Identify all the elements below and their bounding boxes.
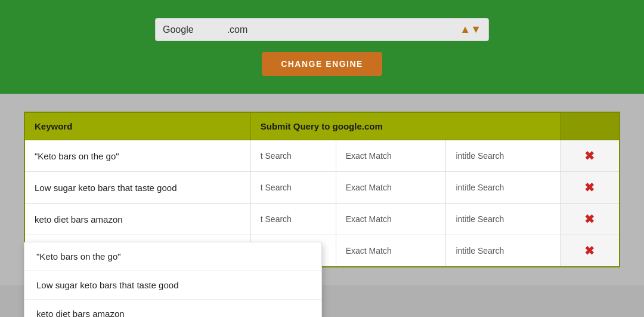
main-content: Keyword Submit Query to google.com "Keto… [0,94,644,285]
engine-arrow-icon[interactable]: ▲▼ [460,23,481,36]
remove-icon[interactable]: ✖ [584,181,595,194]
remove-icon[interactable]: ✖ [584,149,595,162]
remove-cell[interactable]: ✖ [560,235,620,267]
change-engine-button[interactable]: CHANGE ENGINE [262,52,382,76]
remove-icon[interactable]: ✖ [584,244,595,257]
table-row: keto diet bars amazon t Search Exact Mat… [24,204,620,235]
remove-cell[interactable]: ✖ [560,172,620,204]
exact-match-cell[interactable]: Exact Match [336,204,446,235]
keyword-cell: "Keto bars on the go" [24,140,250,172]
exact-match-cell[interactable]: Exact Match [336,172,446,204]
search-cell[interactable]: t Search [250,140,336,172]
engine-domain: .com [221,24,460,35]
intitle-cell[interactable]: intitle Search [446,204,560,235]
remove-cell[interactable]: ✖ [560,140,620,172]
remove-cell[interactable]: ✖ [560,204,620,235]
table-row: "Keto bars on the go" t Search Exact Mat… [24,140,620,172]
keyword-cell: keto diet bars amazon [24,204,250,235]
search-cell[interactable]: t Search [250,172,336,204]
col-header-query: Submit Query to google.com [250,112,560,140]
intitle-cell[interactable]: intitle Search [446,140,560,172]
header-section: Google .com ▲▼ CHANGE ENGINE [0,0,644,94]
exact-match-cell[interactable]: Exact Match [336,235,446,267]
keyword-dropdown[interactable]: "Keto bars on the go"Low sugar keto bars… [24,242,322,317]
intitle-cell[interactable]: intitle Search [446,235,560,267]
remove-icon[interactable]: ✖ [584,213,595,226]
dropdown-item[interactable]: "Keto bars on the go" [24,242,321,271]
table-row: Low sugar keto bars that taste good t Se… [24,172,620,204]
col-header-action [560,112,620,140]
dropdown-item[interactable]: keto diet bars amazon [24,300,321,317]
keyword-cell: Low sugar keto bars that taste good [24,172,250,204]
dropdown-item[interactable]: Low sugar keto bars that taste good [24,271,321,300]
intitle-cell[interactable]: intitle Search [446,172,560,204]
search-cell[interactable]: t Search [250,204,336,235]
col-header-keyword: Keyword [24,112,250,140]
exact-match-cell[interactable]: Exact Match [336,140,446,172]
engine-label: Google [163,24,221,35]
engine-select-wrapper[interactable]: Google .com ▲▼ [155,18,489,41]
